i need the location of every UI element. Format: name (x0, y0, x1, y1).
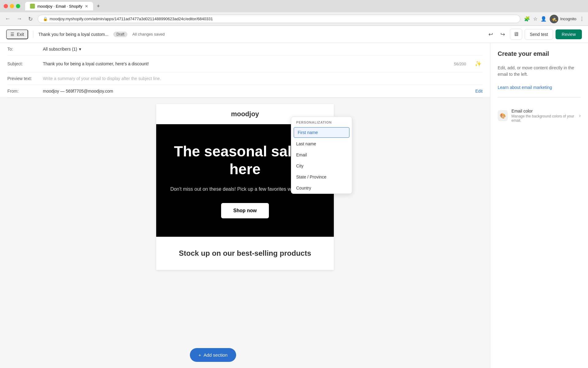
browser-chrome: moodjoy · Email · Shopify ✕ + ← → ↻ 🔒 mo… (0, 0, 588, 26)
extensions-icon[interactable]: 🧩 (524, 16, 530, 22)
traffic-lights (4, 4, 20, 8)
personalization-dropdown: PERSONALIZATION First name Last name Ema… (291, 117, 352, 194)
subject-label: Subject: (7, 61, 38, 66)
edit-from-link[interactable]: Edit (475, 89, 483, 94)
draft-badge: Draft (113, 32, 127, 37)
exit-label: Exit (17, 32, 24, 37)
refresh-btn[interactable]: ↻ (27, 14, 34, 24)
new-tab-btn[interactable]: + (97, 3, 100, 10)
add-section-button[interactable]: + Add section (190, 348, 236, 362)
maximize-window-btn[interactable] (16, 4, 20, 8)
browser-titlebar: moodjoy · Email · Shopify ✕ + (0, 0, 588, 12)
email-color-title: Email color (511, 109, 579, 113)
incognito-avatar: 🕵 (550, 15, 558, 23)
email-title: Thank you for being a loyal custom... (38, 32, 108, 37)
preview-label: Preview text: (7, 76, 38, 81)
sidebar-title: Create your email (498, 50, 581, 57)
ai-generate-button[interactable]: ✨ (473, 59, 483, 68)
shop-now-button[interactable]: Shop now (221, 203, 269, 218)
email-color-section[interactable]: 🎨 Email color Manage the background colo… (498, 105, 581, 126)
email-products-heading: Stock up on our best-selling products (168, 249, 322, 258)
to-label: To: (7, 47, 38, 52)
browser-actions: 🧩 ☆ 👤 🕵 Incognito ⋮ (524, 15, 584, 23)
browser-tab[interactable]: moodjoy · Email · Shopify ✕ (25, 2, 93, 10)
from-field-row: From: moodjoy — 569f7705@moodjoy.com Edi… (7, 85, 483, 98)
plus-icon: + (198, 352, 201, 358)
incognito-btn[interactable]: 🕵 Incognito (550, 15, 576, 23)
incognito-label: Incognito (560, 17, 576, 21)
redo-button[interactable]: ↪ (498, 29, 507, 40)
email-products: Stock up on our best-selling products (156, 237, 334, 270)
personalization-item-last-name[interactable]: Last name (291, 138, 352, 149)
undo-button[interactable]: ↩ (486, 29, 496, 40)
close-window-btn[interactable] (4, 4, 8, 8)
chevron-right-icon: › (579, 113, 581, 118)
subscribers-value: All subscribers (1) (43, 47, 77, 52)
address-bar[interactable]: 🔒 moodjoy.myshopify.com/admin/apps/14711… (38, 15, 520, 23)
url-text: moodjoy.myshopify.com/admin/apps/14711ad… (50, 17, 515, 21)
subscribers-dropdown[interactable]: All subscribers (1) ▾ (43, 47, 81, 52)
back-btn[interactable]: ← (4, 14, 12, 23)
menu-icon[interactable]: ⋮ (579, 16, 584, 22)
preview-placeholder[interactable]: Write a summary of your email to display… (43, 76, 483, 81)
email-color-text: Email color Manage the background colors… (511, 109, 579, 123)
subject-field-row: Subject: Thank you for being a loyal cus… (7, 56, 483, 72)
char-count: 56/200 (454, 62, 466, 66)
from-label: From: (7, 89, 38, 94)
preview-field-row: Preview text: Write a summary of your em… (7, 72, 483, 85)
personalization-item-country[interactable]: Country (291, 182, 352, 194)
sidebar-divider (498, 97, 581, 98)
lock-icon: 🔒 (43, 17, 48, 21)
email-color-icon: 🎨 (498, 110, 508, 121)
tab-close-btn[interactable]: ✕ (85, 4, 88, 9)
tab-favicon (30, 4, 35, 9)
subject-value[interactable]: Thank you for being a loyal customer, he… (43, 61, 449, 66)
sidebar-desc: Edit, add, or move content directly in t… (498, 65, 581, 78)
review-button[interactable]: Review (556, 29, 582, 39)
preview-button[interactable]: 🖥 (510, 29, 522, 40)
dropdown-arrow-icon: ▾ (79, 47, 81, 52)
to-field-row: To: All subscribers (1) ▾ (7, 43, 483, 56)
email-fields: To: All subscribers (1) ▾ Subject: Thank… (0, 43, 490, 98)
tab-title: moodjoy · Email · Shopify (37, 4, 82, 9)
send-test-button[interactable]: Send test (525, 29, 553, 40)
add-section-label: Add section (204, 352, 228, 358)
forward-btn[interactable]: → (15, 14, 23, 23)
email-color-desc: Manage the background colors of your ema… (511, 114, 579, 123)
exit-button[interactable]: ☰ Exit (6, 29, 28, 39)
minimize-window-btn[interactable] (10, 4, 14, 8)
bookmark-icon[interactable]: ☆ (533, 16, 537, 22)
saved-status: All changes saved (132, 32, 165, 36)
personalization-item-city[interactable]: City (291, 160, 352, 171)
email-preview: moodjoy The seasonal sale is here Don't … (0, 98, 490, 368)
learn-link[interactable]: Learn about email marketing (498, 85, 581, 90)
email-editor-area: To: All subscribers (1) ▾ Subject: Thank… (0, 43, 490, 368)
header-actions: ↩ ↪ 🖥 Send test Review (486, 29, 582, 40)
from-value: moodjoy — 569f7705@moodjoy.com (43, 89, 470, 94)
personalization-header: PERSONALIZATION (291, 117, 352, 127)
profile-icon[interactable]: 👤 (541, 16, 547, 22)
app-header: ☰ Exit Thank you for being a loyal custo… (0, 26, 588, 43)
header-divider (33, 31, 33, 38)
menu-icon: ☰ (10, 32, 14, 37)
personalization-item-state-province[interactable]: State / Province (291, 171, 352, 182)
email-color-left: 🎨 Email color Manage the background colo… (498, 109, 579, 123)
browser-addressbar: ← → ↻ 🔒 moodjoy.myshopify.com/admin/apps… (0, 12, 588, 26)
main-layout: To: All subscribers (1) ▾ Subject: Thank… (0, 43, 588, 368)
right-sidebar: Create your email Edit, add, or move con… (490, 43, 588, 368)
personalization-item-email[interactable]: Email (291, 149, 352, 160)
personalization-item-first-name[interactable]: First name (294, 127, 349, 138)
